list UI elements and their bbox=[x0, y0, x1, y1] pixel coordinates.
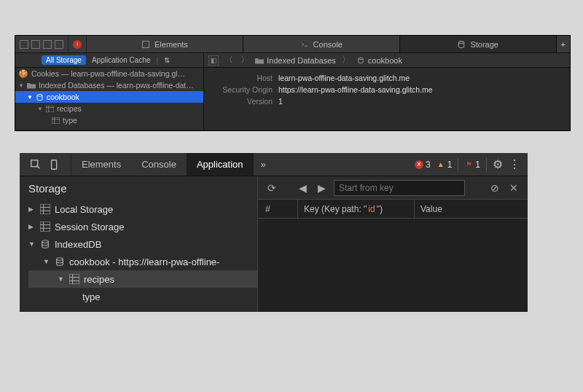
page-prev-icon[interactable]: ◀ bbox=[296, 182, 309, 194]
tree-type[interactable]: type bbox=[15, 114, 203, 126]
svg-rect-22 bbox=[69, 274, 79, 284]
app-cache-filter[interactable]: Application Cache bbox=[89, 56, 154, 64]
folder-icon bbox=[27, 82, 36, 89]
overflow-button[interactable]: + bbox=[557, 36, 570, 52]
table-icon bbox=[46, 106, 54, 112]
breadcrumb-sep-icon: 〉 bbox=[340, 54, 352, 66]
sidebar-session-storage[interactable]: Session Storage bbox=[28, 218, 257, 235]
detail-key: Host bbox=[211, 74, 278, 82]
svg-rect-4 bbox=[46, 106, 54, 112]
tree-cookies[interactable]: 🍪 Cookies — learn-pwa-offline-data-savin… bbox=[15, 68, 203, 79]
sidebar-label: Session Storage bbox=[55, 222, 124, 232]
tab-label: Storage bbox=[470, 40, 498, 49]
dock-bottom-icon[interactable] bbox=[55, 40, 63, 49]
inspect-icon[interactable] bbox=[30, 159, 42, 170]
detail-key: Version bbox=[211, 97, 278, 106]
tab-application[interactable]: Application bbox=[187, 153, 254, 176]
breadcrumb-label: Indexed Databases bbox=[267, 56, 336, 65]
sidebar-indexeddb[interactable]: IndexedDB bbox=[28, 235, 257, 253]
sidebar-local-storage[interactable]: Local Storage bbox=[28, 200, 257, 218]
database-icon bbox=[356, 57, 365, 64]
storage-icon bbox=[457, 40, 466, 49]
chrome-toolbar-left bbox=[20, 153, 71, 176]
tab-elements[interactable]: Elements bbox=[71, 153, 131, 176]
breadcrumb-bar: ◧ 〈 〉 Indexed Databases 〉 cookbook bbox=[204, 53, 570, 67]
tab-storage[interactable]: Storage bbox=[400, 36, 557, 52]
close-icon[interactable]: ✕ bbox=[507, 182, 520, 194]
flag-icon: ⚑ bbox=[464, 160, 473, 169]
sidebar-toggle-icon[interactable]: ◧ bbox=[208, 55, 219, 66]
svg-point-20 bbox=[42, 240, 49, 243]
svg-point-1 bbox=[459, 41, 465, 43]
more-icon[interactable]: ⋮ bbox=[509, 157, 520, 171]
storage-tree: 🍪 Cookies — learn-pwa-offline-data-savin… bbox=[15, 68, 204, 130]
detail-value: https://learn-pwa-offline-data-saving.gl… bbox=[278, 85, 433, 94]
refresh-icon[interactable]: ⟳ bbox=[265, 182, 278, 194]
chrome-toolbar-right: ×3 ▲1 ⚑1 ⚙ ⋮ bbox=[407, 157, 528, 171]
tab-label: Elements bbox=[154, 40, 188, 49]
disclosure-icon[interactable]: ▼ bbox=[37, 106, 43, 112]
disclosure-icon[interactable]: ▼ bbox=[27, 94, 33, 101]
dock-side-icon[interactable] bbox=[43, 40, 52, 49]
console-icon bbox=[300, 40, 309, 49]
database-icon bbox=[55, 256, 65, 267]
page-next-icon[interactable]: ▶ bbox=[315, 182, 328, 194]
error-badge[interactable]: ! bbox=[69, 36, 87, 52]
all-storage-pill[interactable]: All Storage bbox=[42, 55, 86, 65]
svg-rect-0 bbox=[143, 41, 149, 47]
error-dot-icon: ! bbox=[73, 40, 82, 49]
col-key[interactable]: Key (Key path: "id") bbox=[298, 200, 415, 218]
sidebar-label: Local Storage bbox=[55, 204, 113, 215]
issues-badge[interactable]: ⚑1 bbox=[464, 160, 480, 170]
device-icon[interactable] bbox=[49, 159, 60, 170]
dock-icon[interactable] bbox=[31, 40, 40, 49]
tree-label: Cookies — learn-pwa-offline-data-saving.… bbox=[31, 69, 185, 78]
warning-icon: ▲ bbox=[437, 160, 445, 169]
breadcrumb-label: cookbook bbox=[368, 56, 402, 65]
breadcrumb[interactable]: Indexed Databases bbox=[255, 56, 336, 65]
application-sidebar: Storage Local Storage Session Storage In… bbox=[20, 176, 257, 312]
tree-label: cookbook bbox=[47, 93, 79, 101]
nav-back-icon[interactable]: 〈 bbox=[223, 54, 235, 66]
database-icon bbox=[40, 239, 50, 249]
badge-count: 3 bbox=[426, 160, 431, 170]
tabs-overflow-icon[interactable]: » bbox=[254, 153, 273, 176]
col-key-prefix: Key (Key path: " bbox=[304, 204, 367, 214]
warnings-badge[interactable]: ▲1 bbox=[437, 160, 453, 170]
detail-value: 1 bbox=[278, 97, 283, 106]
detail-key: Security Origin bbox=[211, 85, 278, 94]
sidebar-cookbook-db[interactable]: cookbook - https://learn-pwa-offline- bbox=[28, 253, 257, 270]
database-detail: Hostlearn-pwa-offline-data-saving.glitch… bbox=[204, 68, 570, 130]
svg-point-21 bbox=[57, 258, 63, 261]
tree-indexed-databases[interactable]: ▼ Indexed Databases — learn-pwa-offline-… bbox=[15, 79, 203, 91]
col-index[interactable]: # bbox=[258, 200, 298, 218]
sidebar-label: cookbook - https://learn-pwa-offline- bbox=[69, 256, 219, 267]
tree-cookbook[interactable]: ▼ cookbook bbox=[15, 91, 203, 103]
tab-console[interactable]: Console bbox=[243, 36, 400, 52]
sidebar-label: IndexedDB bbox=[55, 239, 101, 250]
window-controls[interactable] bbox=[15, 36, 69, 52]
sidebar-type-index[interactable]: type bbox=[28, 288, 257, 305]
sidebar-recipes-store[interactable]: recipes bbox=[28, 270, 257, 288]
col-value[interactable]: Value bbox=[415, 200, 528, 218]
errors-badge[interactable]: ×3 bbox=[415, 160, 431, 170]
svg-rect-7 bbox=[52, 117, 60, 124]
tab-console[interactable]: Console bbox=[131, 153, 187, 176]
table-icon bbox=[52, 117, 60, 124]
tree-recipes[interactable]: ▼ recipes bbox=[15, 103, 203, 114]
error-icon: × bbox=[415, 160, 423, 169]
chrome-devtools-window: Elements Console Application » ×3 ▲1 ⚑1 … bbox=[20, 153, 528, 312]
safari-inspector-window: ! Elements Console Storage + All Storage… bbox=[15, 35, 571, 131]
tab-elements[interactable]: Elements bbox=[87, 36, 243, 52]
clear-icon[interactable]: ⊘ bbox=[488, 182, 501, 194]
nav-forward-icon[interactable]: 〉 bbox=[239, 54, 251, 66]
breadcrumb[interactable]: cookbook bbox=[356, 56, 402, 65]
storage-heading: Storage bbox=[28, 182, 257, 195]
filter-chevron-icon[interactable]: ⇅ bbox=[161, 56, 173, 64]
disclosure-icon[interactable]: ▼ bbox=[18, 82, 24, 89]
start-from-key-input[interactable] bbox=[334, 180, 465, 196]
sidebar-label: recipes bbox=[84, 274, 114, 285]
badge-count: 1 bbox=[447, 160, 453, 170]
close-icon[interactable] bbox=[20, 40, 28, 49]
settings-icon[interactable]: ⚙ bbox=[493, 157, 503, 171]
